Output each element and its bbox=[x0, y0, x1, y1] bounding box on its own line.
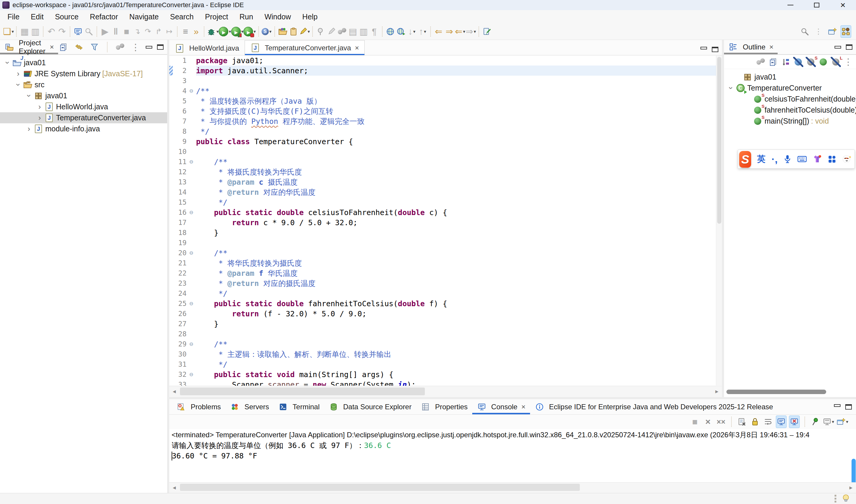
scrollbar-thumb[interactable] bbox=[180, 484, 580, 491]
open-terminal-button[interactable] bbox=[73, 25, 84, 38]
expander-icon[interactable]: › bbox=[14, 80, 23, 89]
collapse-all-button[interactable] bbox=[768, 56, 779, 68]
show-outline-icon[interactable]: ▥ bbox=[358, 25, 369, 38]
terminate-button[interactable]: ■ bbox=[690, 416, 700, 428]
working-sets-icon[interactable] bbox=[115, 41, 125, 53]
menu-file[interactable]: File bbox=[2, 11, 25, 22]
console-horizontal-scrollbar[interactable]: ◄ ► bbox=[169, 482, 856, 493]
link-editor-toggle[interactable] bbox=[74, 41, 84, 53]
sogou-logo-icon[interactable] bbox=[739, 151, 751, 168]
new-wizard-button[interactable]: ❏▾ bbox=[3, 25, 14, 38]
outline-tab[interactable]: Outline bbox=[724, 40, 778, 54]
focus-icon[interactable] bbox=[755, 56, 766, 68]
fold-collapse-icon[interactable]: ⊖ bbox=[186, 158, 196, 165]
maximize-view-button[interactable] bbox=[845, 404, 852, 410]
minimize-view-button[interactable] bbox=[146, 46, 152, 49]
virtual-keyboard-icon[interactable] bbox=[797, 155, 807, 163]
scroll-right-arrow[interactable]: ► bbox=[712, 389, 722, 395]
next-edit-location-button[interactable]: ⇒ bbox=[444, 25, 455, 38]
outline-item-main-string-[interactable]: Smain(String[]) : void bbox=[724, 115, 856, 127]
mascot-icon[interactable] bbox=[842, 155, 852, 164]
remove-launch-button[interactable]: × bbox=[702, 416, 713, 428]
maximize-view-button[interactable] bbox=[712, 47, 718, 52]
display-selected-console-button[interactable]: ▾ bbox=[823, 416, 834, 428]
expander-icon[interactable]: › bbox=[3, 58, 12, 67]
redo-button[interactable]: ↷ bbox=[57, 25, 67, 38]
word-wrap-toggle[interactable] bbox=[763, 416, 773, 428]
menu-navigate[interactable]: Navigate bbox=[124, 11, 164, 22]
toolbar-grip[interactable]: ⋮ bbox=[813, 25, 824, 38]
bottom-tab-data-source-explorer[interactable]: Data Source Explorer bbox=[324, 399, 416, 414]
menu-project[interactable]: Project bbox=[199, 11, 234, 22]
console-vertical-scrollbar[interactable] bbox=[852, 459, 856, 482]
save-all-button[interactable]: ▥ bbox=[30, 25, 40, 38]
coverage-button[interactable]: ▾ bbox=[231, 25, 244, 38]
punctuation-toggle[interactable]: ·, bbox=[771, 154, 778, 165]
notifications-bulb-icon[interactable] bbox=[840, 492, 851, 504]
close-icon[interactable] bbox=[50, 43, 54, 51]
clear-console-button[interactable] bbox=[736, 416, 747, 428]
bottom-tab-terminal[interactable]: Terminal bbox=[273, 399, 324, 414]
expander-icon[interactable]: › bbox=[35, 113, 44, 122]
scrollbar-track[interactable] bbox=[179, 386, 712, 397]
previous-edit-location-button[interactable]: ⇐ bbox=[433, 25, 444, 38]
expander-icon[interactable]: › bbox=[25, 91, 33, 101]
fold-collapse-icon[interactable]: ⊖ bbox=[186, 87, 196, 94]
editor-tab-helloworld-java[interactable]: HelloWorld.java bbox=[169, 41, 245, 55]
step-over-button[interactable]: ↷ bbox=[142, 25, 153, 38]
expander-icon[interactable]: › bbox=[35, 103, 44, 111]
close-icon[interactable] bbox=[355, 44, 359, 52]
forward-button[interactable]: ⇒▾ bbox=[465, 25, 476, 38]
outline-item-temperatureconverter[interactable]: ›TemperatureConverter bbox=[724, 83, 856, 93]
expander-icon[interactable]: › bbox=[14, 69, 23, 78]
menu-help[interactable]: Help bbox=[297, 11, 323, 22]
minimize-view-button[interactable] bbox=[700, 47, 707, 50]
maximize-view-button[interactable] bbox=[157, 44, 164, 50]
tree-item-temperatureconverter-java[interactable]: ›TemperatureConverter.java bbox=[0, 112, 167, 123]
collapse-all-button[interactable] bbox=[58, 41, 69, 53]
expander-icon[interactable]: › bbox=[24, 125, 33, 133]
menu-window[interactable]: Window bbox=[259, 11, 297, 22]
open-web-browser-button[interactable] bbox=[385, 25, 396, 38]
run-button[interactable]: ▾ bbox=[219, 25, 231, 38]
export-button[interactable]: ↑▾ bbox=[417, 25, 428, 38]
maximize-view-button[interactable] bbox=[846, 44, 852, 50]
scroll-left-arrow[interactable]: ◄ bbox=[169, 389, 179, 395]
tree-item-java01[interactable]: ›java01 bbox=[0, 57, 167, 68]
team-icon[interactable] bbox=[337, 25, 347, 38]
view-menu-button[interactable]: ⋮ bbox=[843, 56, 854, 68]
run-history-icon[interactable]: ≡ bbox=[180, 25, 191, 38]
bottom-tab-problems[interactable]: Problems bbox=[172, 399, 225, 414]
search-gray-icon[interactable] bbox=[84, 25, 94, 38]
launch-web-button[interactable] bbox=[396, 25, 406, 38]
project-explorer-tab[interactable]: Project Explorer bbox=[0, 40, 58, 54]
javaee-perspective-button[interactable] bbox=[840, 25, 851, 38]
service-wizard-button[interactable]: ▾ bbox=[261, 25, 272, 38]
skip-breakpoints-icon[interactable]: » bbox=[191, 25, 201, 38]
hide-static-toggle[interactable]: S bbox=[805, 56, 816, 68]
bottom-tab-properties[interactable]: Properties bbox=[416, 399, 472, 414]
code-editor[interactable]: 1package java01;2import java.util.Scanne… bbox=[169, 55, 722, 386]
search-button[interactable] bbox=[799, 25, 810, 38]
step-return-button[interactable]: ↱ bbox=[153, 25, 164, 38]
menu-refactor[interactable]: Refactor bbox=[84, 11, 124, 22]
scroll-left-arrow[interactable]: ◄ bbox=[169, 485, 179, 491]
editor-horizontal-scrollbar[interactable]: ◄ ► bbox=[169, 386, 722, 397]
show-on-stderr-toggle[interactable] bbox=[789, 416, 800, 428]
voice-input-icon[interactable] bbox=[784, 155, 791, 164]
menu-search[interactable]: Search bbox=[164, 11, 199, 22]
save-button[interactable]: ▦ bbox=[19, 25, 30, 38]
menu-run[interactable]: Run bbox=[234, 11, 259, 22]
console-output[interactable]: <terminated> TemperatureConverter [Java … bbox=[169, 429, 856, 482]
close-icon[interactable] bbox=[521, 403, 525, 411]
back-button[interactable]: ⇐▾ bbox=[455, 25, 465, 38]
edit-disabled-icon[interactable] bbox=[326, 25, 337, 38]
debug-button[interactable]: ▾ bbox=[207, 25, 219, 38]
fold-collapse-icon[interactable]: ⊖ bbox=[186, 209, 196, 216]
scrollbar-thumb[interactable] bbox=[180, 388, 425, 395]
expander-icon[interactable]: › bbox=[727, 84, 735, 93]
new-untitled-text-file-button[interactable] bbox=[481, 25, 492, 38]
minimize-button[interactable] bbox=[777, 0, 804, 10]
maximize-button[interactable] bbox=[804, 0, 830, 10]
bottom-tab-info[interactable]: Eclipse IDE for Enterprise Java and Web … bbox=[530, 399, 778, 414]
